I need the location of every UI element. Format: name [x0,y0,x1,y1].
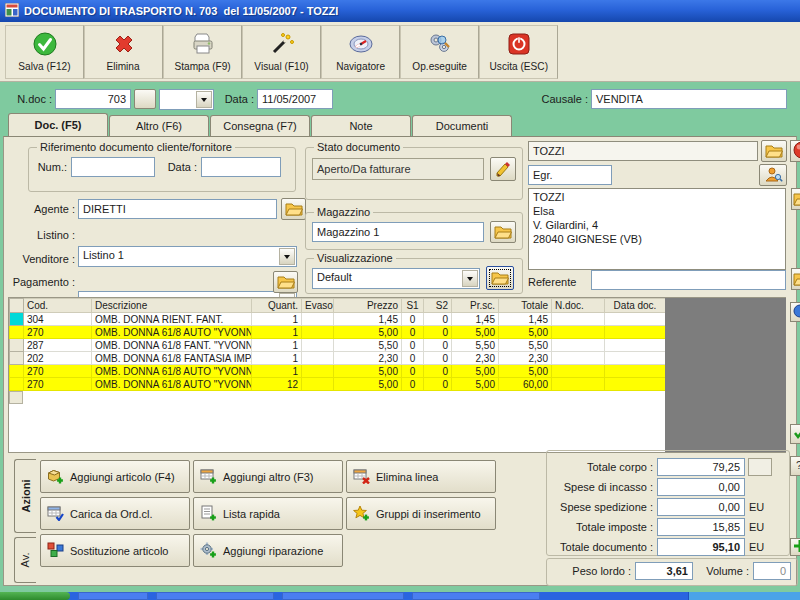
toolbar-button-stampa[interactable]: Stampa (F9) [163,25,242,79]
table-row[interactable]: 202OMB. DONNA 61/8 FANTASIA IMP.12,30002… [10,352,666,365]
column-header-evaso[interactable]: Evaso [302,299,334,313]
toolbar-button-navigatore[interactable]: Navigatore [321,25,400,79]
agente-input[interactable]: DIRETTI [78,199,277,219]
taskbar-item[interactable] [282,592,404,600]
column-header-cod[interactable]: Cod. [24,299,92,313]
edge-button-address-lookup[interactable] [791,188,800,210]
titolo-input[interactable]: Egr. [528,165,612,185]
column-header-pr-sc[interactable]: Pr.sc. [452,299,499,313]
totals-extra-box[interactable] [748,458,772,476]
edge-button-delete-customer[interactable] [790,140,800,162]
column-header-data-doc[interactable]: Data doc. [605,299,666,313]
lines-table: Cod.DescrizioneQuant.EvasoPrezzoS1S2Pr.s… [9,298,666,391]
taskbar-item[interactable] [412,592,540,600]
side-tab-azioni[interactable]: Azioni [14,459,36,533]
side-tab-av[interactable]: Av. [14,537,36,583]
pagamento-lookup-button[interactable] [273,271,298,293]
tab-doc[interactable]: Doc. (F5) [8,113,108,136]
column-header-s1[interactable]: S1 [402,299,424,313]
edge-button-grid-bottom[interactable] [790,424,800,444]
ndoc-series-select[interactable] [159,89,214,110]
cell-quant: 1 [252,339,302,352]
cliente-search-button[interactable] [759,164,787,186]
venditore-label: Venditore : [0,249,75,269]
side-tab-av-label: Av. [19,553,31,568]
row-indicator[interactable] [10,352,24,365]
row-indicator[interactable] [10,378,24,391]
taskbar-item[interactable] [78,592,148,600]
toolbar-button-salva[interactable]: Salva (F12) [5,25,84,79]
row-indicator[interactable] [10,313,24,326]
action-button-lista-rapida[interactable]: Lista rapida [193,497,343,530]
visualizzazione-select[interactable]: Default [312,268,480,289]
action-button-carica-da-ordcl[interactable]: Carica da Ord.cl. [40,497,190,530]
start-button[interactable] [0,592,70,600]
action-button-aggiungi-altro[interactable]: Aggiungi altro (F3) [193,460,343,493]
chevron-down-icon[interactable] [196,91,212,108]
stato-edit-button[interactable] [490,157,516,181]
causale-input[interactable]: VENDITA [591,89,787,109]
table-row[interactable]: 270OMB. DONNA 61/8 AUTO "YVONNE"15,00005… [10,365,666,378]
chevron-down-icon[interactable] [462,270,478,287]
edge-button-referente-lookup[interactable] [791,268,800,290]
action-button-elimina-linea[interactable]: Elimina linea [346,460,496,493]
action-button-aggiungi-articolo[interactable]: Aggiungi articolo (F4) [40,460,190,493]
grid-new-row-header[interactable] [9,391,23,404]
row-indicator[interactable] [10,339,24,352]
column-header-prezzo[interactable]: Prezzo [334,299,402,313]
toolbar-button-visual[interactable]: Visual (F10) [242,25,321,79]
column-header-quant[interactable]: Quant. [252,299,302,313]
rif-data-input[interactable] [201,157,281,177]
ndoc-blank-button[interactable] [134,89,156,109]
cliente-lookup-button[interactable] [761,140,787,162]
table-row[interactable]: 304OMB. DONNA RIENT. FANT.11,45001,451,4… [10,313,666,326]
column-header-s2[interactable]: S2 [424,299,452,313]
causale-label: Causale : [520,89,588,109]
totals-label: Spese spedizione : [553,501,653,513]
volume-field: 0 [753,562,791,580]
magazzino-lookup-button[interactable] [490,221,516,243]
cell-s2: 0 [424,352,452,365]
agente-lookup-button[interactable] [281,198,306,220]
edge-button-grid-top[interactable] [790,302,800,322]
toolbar-button-elimina[interactable]: Elimina [84,25,163,79]
cell-evaso [302,352,334,365]
question-icon: ? [792,457,800,475]
row-indicator[interactable] [10,365,24,378]
toolbar-button-uscita[interactable]: Uscita (ESC) [479,25,558,79]
table-row[interactable]: 270OMB. DONNA 61/8 AUTO "YVONNE"15,00005… [10,326,666,339]
action-button-aggiungi-riparazione[interactable]: Aggiungi riparazione [193,534,343,567]
row-indicator[interactable] [10,326,24,339]
action-button-gruppi-di-inserimento[interactable]: Gruppi di inserimento [346,497,496,530]
action-button-sostituzione-articolo[interactable]: Sostituzione articolo [40,534,190,567]
toolbar-button-op-eseguite[interactable]: Op.eseguite [400,25,479,79]
peso-lordo-label: Peso lordo : [553,565,631,577]
riferimento-group: Riferimento documento cliente/fornitore … [28,141,296,192]
magazzino-input[interactable]: Magazzino 1 [312,222,484,242]
rif-num-input[interactable] [71,157,155,177]
edge-button-help[interactable]: ? [790,456,800,476]
edge-button-add-total[interactable] [790,538,800,556]
visualizzazione-lookup-button[interactable] [486,266,514,290]
column-header-totale[interactable]: Totale [499,299,552,313]
tab-consegna[interactable]: Consegna (F7) [210,115,310,136]
column-header-descrizione[interactable]: Descrizione [92,299,252,313]
tab-documenti[interactable]: Documenti [412,115,512,136]
chevron-down-icon[interactable] [279,248,295,265]
cell-datadoc [605,326,666,339]
cell-prezzo: 5,50 [334,339,402,352]
referente-input[interactable] [591,270,786,290]
tab-note[interactable]: Note [311,115,411,136]
cliente-input[interactable]: TOZZI [528,141,758,161]
stato-legend: Stato documento [314,141,403,153]
table-row[interactable]: 270OMB. DONNA 61/8 AUTO "YVONNE"125,0000… [10,378,666,391]
listino-select[interactable]: Listino 1 [78,246,297,267]
cliente-address-box[interactable]: TOZZIElsaV. Gilardini, 428040 GIGNESE (V… [528,188,786,270]
data-input[interactable]: 11/05/2007 [257,89,333,109]
ndoc-input[interactable]: 703 [55,89,131,109]
tab-altro[interactable]: Altro (F6) [109,115,209,136]
column-header-n-doc[interactable]: N.doc. [552,299,605,313]
taskbar-item[interactable] [156,592,274,600]
table-row[interactable]: 287OMB. DONNA 61/8 FANT. "YVONNE"15,5000… [10,339,666,352]
cell-cod: 287 [24,339,92,352]
